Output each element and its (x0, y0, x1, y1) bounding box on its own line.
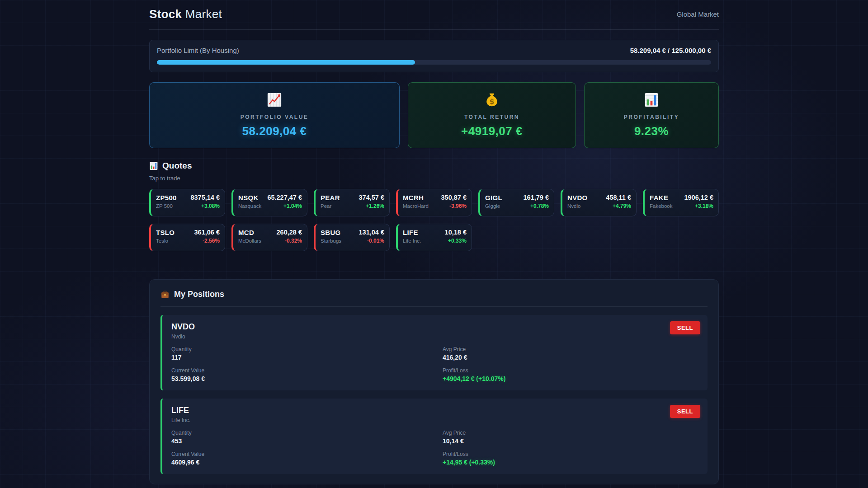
avg-price-label: Avg Price (443, 430, 698, 436)
avg-price-value: 416,20 € (443, 354, 698, 361)
profit-loss-label: Profit/Loss (443, 451, 698, 457)
position-name: Nvdio (171, 333, 698, 340)
quote-price: 10,18 € (445, 229, 467, 236)
quote-price: 131,04 € (359, 229, 384, 236)
quotes-section: Quotes Tap to trade ZP500 ZP 500 8375,14… (149, 161, 719, 251)
quote-change: -3.96% (441, 203, 467, 209)
quote-name: Giggle (485, 203, 502, 209)
svg-text:$: $ (489, 97, 494, 106)
quote-tile-gigl[interactable]: GIGL Giggle 161,79 € +0.78% (478, 189, 554, 216)
quote-price: 161,79 € (524, 194, 549, 201)
quote-price: 65.227,47 € (267, 194, 302, 201)
quote-tile-nvdo[interactable]: NVDO Nvdio 458,11 € +4.79% (561, 189, 637, 216)
page-header: Stock Market Global Market (149, 5, 719, 30)
my-positions-panel: My Positions SELL NVDO Nvdio Quantity 11… (149, 279, 719, 484)
quote-tile-sbug[interactable]: SBUG Starbugs 131,04 € -0.01% (314, 224, 390, 251)
quote-tile-zp500[interactable]: ZP500 ZP 500 8375,14 € +3.08% (149, 189, 225, 216)
quote-ticker: ZP500 (156, 194, 177, 202)
page-title-rest: Market (182, 7, 222, 21)
stock-market-page: Stock Market Global Market Portfolio Lim… (149, 0, 719, 488)
sell-button-life[interactable]: SELL (670, 405, 700, 418)
quote-ticker: NVDO (567, 194, 588, 202)
total-return-label: TOTAL RETURN (464, 114, 519, 120)
position-name: Life Inc. (171, 417, 698, 423)
quote-name: Pear (321, 203, 340, 209)
quote-name: MacroHard (403, 203, 429, 209)
profitability-card: PROFITABILITY 9.23% (584, 82, 719, 148)
quote-tile-mcd[interactable]: MCD McDollars 260,28 € -0.32% (231, 224, 307, 251)
money-bag-icon: $ (484, 92, 500, 108)
quote-tile-pear[interactable]: PEAR Pear 374,57 € +1.26% (314, 189, 390, 216)
quote-ticker: TSLO (156, 229, 175, 236)
profitability-label: PROFITABILITY (624, 114, 679, 120)
quote-ticker: MCD (238, 229, 261, 236)
quote-ticker: MCRH (403, 194, 429, 202)
quote-tile-life[interactable]: LIFE Life Inc. 10,18 € +0.33% (396, 224, 472, 251)
portfolio-limit-label: Portfolio Limit (By Housing) (157, 47, 239, 54)
global-market-label: Global Market (677, 10, 719, 18)
sell-button-nvdo[interactable]: SELL (670, 321, 700, 334)
quote-price: 350,87 € (441, 194, 467, 201)
position-item-life: SELL LIFE Life Inc. Quantity 453 Avg Pri… (160, 399, 708, 474)
profit-loss-value: +4904,12 € (+10.07%) (443, 375, 698, 382)
position-ticker: NVDO (171, 322, 698, 332)
avg-price-value: 10,14 € (443, 437, 698, 445)
bar-chart-icon (644, 92, 659, 108)
quote-name: McDollars (238, 238, 261, 244)
portfolio-value-amount: 58.209,04 € (242, 124, 307, 138)
quote-name: ZP 500 (156, 203, 177, 209)
chart-increasing-icon (267, 92, 282, 108)
quote-price: 458,11 € (606, 194, 631, 201)
current-value-value: 4609,96 € (171, 459, 443, 466)
profitability-amount: 9.23% (634, 124, 669, 138)
my-positions-title: My Positions (174, 290, 224, 299)
profit-loss-label: Profit/Loss (443, 367, 698, 374)
quote-ticker: SBUG (321, 229, 341, 236)
briefcase-icon (160, 290, 170, 299)
quote-tile-fake[interactable]: FAKE Fakebook 1906,12 € +3.18% (643, 189, 719, 216)
avg-price-label: Avg Price (443, 346, 698, 352)
quote-change: +0.78% (524, 203, 549, 209)
quote-tile-nsqk[interactable]: NSQK Nasquack 65.227,47 € +1.04% (231, 189, 307, 216)
quote-name: Nasquack (238, 203, 261, 209)
quote-ticker: PEAR (321, 194, 340, 202)
stats-row: PORTFOLIO VALUE 58.209,04 € $ TOTAL RETU… (149, 82, 719, 148)
quantity-value: 453 (171, 437, 443, 445)
total-return-amount: +4919,07 € (461, 124, 523, 138)
quantity-label: Quantity (171, 346, 443, 352)
quote-name: Life Inc. (403, 238, 421, 244)
quote-change: +1.26% (359, 203, 384, 209)
bar-chart-icon (149, 161, 158, 170)
quote-change: -0.32% (277, 238, 302, 244)
quote-ticker: FAKE (650, 194, 673, 202)
portfolio-progress-fill (157, 60, 415, 65)
page-title: Stock Market (149, 7, 222, 21)
quantity-label: Quantity (171, 430, 443, 436)
portfolio-progress-track (157, 60, 711, 65)
quote-tile-mcrh[interactable]: MCRH MacroHard 350,87 € -3.96% (396, 189, 472, 216)
quote-ticker: LIFE (403, 229, 421, 236)
current-value-label: Current Value (171, 451, 443, 457)
quote-change: +3.08% (190, 203, 220, 209)
quote-change: +1.04% (267, 203, 302, 209)
profit-loss-value: +14,95 € (+0.33%) (443, 459, 698, 466)
quote-tile-tslo[interactable]: TSLO Teslo 361,06 € -2.56% (149, 224, 225, 251)
quantity-value: 117 (171, 354, 443, 361)
quote-change: +3.18% (684, 203, 713, 209)
quotes-title: Quotes (162, 161, 192, 171)
position-ticker: LIFE (171, 406, 698, 415)
quote-ticker: GIGL (485, 194, 502, 202)
quote-change: -2.56% (194, 238, 220, 244)
quote-change: -0.01% (359, 238, 384, 244)
total-return-card: $ TOTAL RETURN +4919,07 € (408, 82, 576, 148)
page-title-bold: Stock (149, 7, 182, 21)
quote-change: +4.79% (606, 203, 631, 209)
quote-price: 1906,12 € (684, 194, 713, 201)
current-value-value: 53.599,08 € (171, 375, 443, 382)
portfolio-limit-value: 58.209,04 € / 125.000,00 € (630, 47, 711, 54)
portfolio-value-card: PORTFOLIO VALUE 58.209,04 € (149, 82, 400, 148)
quotes-tile-grid: ZP500 ZP 500 8375,14 € +3.08% NSQK Nasqu… (149, 189, 719, 251)
quote-change: +0.33% (445, 238, 467, 244)
quote-price: 260,28 € (277, 229, 302, 236)
quote-name: Teslo (156, 238, 175, 244)
